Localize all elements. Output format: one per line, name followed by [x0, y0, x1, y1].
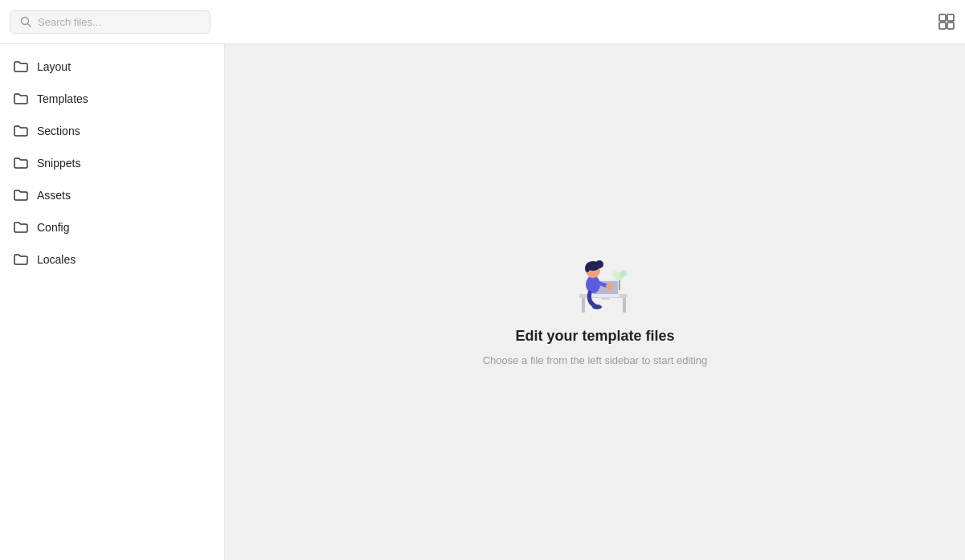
search-input[interactable]	[38, 16, 200, 28]
folder-icon	[13, 187, 29, 203]
sidebar-item-config[interactable]: Config	[0, 211, 224, 243]
expand-icon[interactable]	[938, 13, 955, 31]
svg-point-15	[585, 264, 590, 272]
sidebar-item-label: Config	[37, 221, 69, 234]
folder-icon	[13, 155, 29, 171]
folder-icon	[13, 91, 29, 107]
sidebar-item-sections[interactable]: Sections	[0, 115, 224, 147]
folder-icon	[13, 219, 29, 235]
svg-point-16	[595, 260, 603, 268]
sidebar-item-templates[interactable]: Templates	[0, 83, 224, 115]
sidebar: Layout Templates Sections Snippets Asset…	[0, 44, 225, 560]
editor-area: Edit your template files Choose a file f…	[225, 44, 965, 560]
sidebar-item-snippets[interactable]: Snippets	[0, 147, 224, 179]
svg-point-18	[606, 284, 612, 290]
sidebar-item-label: Layout	[37, 60, 71, 73]
svg-rect-5	[947, 22, 954, 29]
sidebar-item-label: Assets	[37, 189, 71, 202]
search-icon	[20, 16, 31, 27]
svg-point-22	[612, 271, 619, 277]
sidebar-item-label: Snippets	[37, 157, 80, 170]
svg-rect-7	[582, 298, 585, 313]
sidebar-item-assets[interactable]: Assets	[0, 179, 224, 211]
svg-rect-8	[623, 298, 626, 313]
folder-icon	[13, 251, 29, 268]
top-bar	[0, 0, 965, 44]
main-content: Layout Templates Sections Snippets Asset…	[0, 44, 965, 560]
svg-rect-3	[947, 14, 954, 21]
sidebar-item-locales[interactable]: Locales	[0, 243, 224, 276]
illustration	[543, 238, 648, 318]
svg-rect-11	[601, 297, 610, 300]
folder-icon	[13, 59, 29, 75]
empty-title: Edit your template files	[515, 328, 674, 345]
svg-point-19	[592, 305, 602, 309]
sidebar-item-label: Sections	[37, 125, 80, 137]
svg-rect-2	[939, 14, 946, 21]
sidebar-item-label: Templates	[37, 92, 88, 105]
svg-line-1	[28, 24, 31, 27]
empty-state: Edit your template files Choose a file f…	[483, 238, 708, 366]
folder-icon	[13, 123, 29, 139]
sidebar-item-label: Locales	[37, 253, 76, 266]
sidebar-item-layout[interactable]: Layout	[0, 51, 224, 83]
svg-rect-4	[939, 22, 946, 29]
search-wrapper	[10, 10, 211, 34]
svg-point-21	[620, 270, 627, 276]
empty-subtitle: Choose a file from the left sidebar to s…	[483, 354, 708, 366]
